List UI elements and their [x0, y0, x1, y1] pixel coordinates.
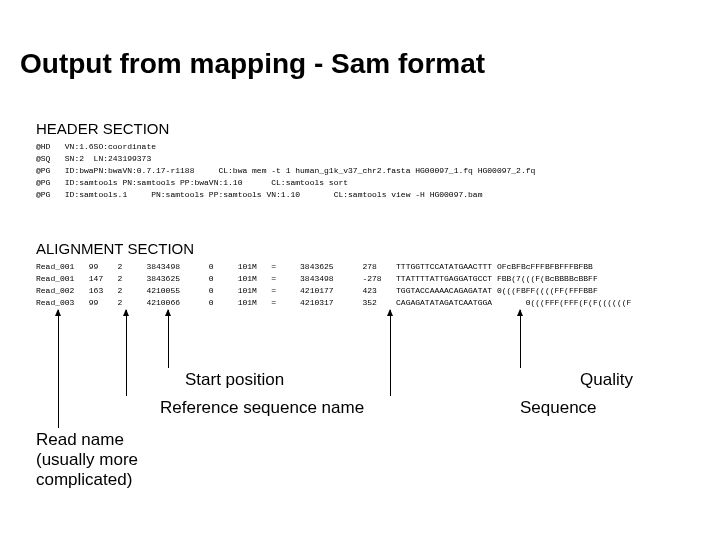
alignment-section: ALIGNMENT SECTION Read_001 99 2 3843498 … — [36, 240, 631, 309]
arrow-seq — [390, 310, 391, 396]
annotation-sequence: Sequence — [520, 398, 597, 418]
header-section-label: HEADER SECTION — [36, 120, 535, 137]
alignment-lines: Read_001 99 2 3843498 0 101M = 3843625 2… — [36, 261, 631, 309]
arrow-read — [58, 310, 59, 428]
arrow-start — [168, 310, 169, 368]
annotation-quality: Quality — [580, 370, 633, 390]
annotation-read-name: Read name(usually morecomplicated) — [36, 430, 138, 490]
header-lines: @HD VN:1.6SO:coordinate @SQ SN:2 LN:2431… — [36, 141, 535, 201]
annotation-reference-sequence: Reference sequence name — [160, 398, 364, 418]
annotation-start-position: Start position — [185, 370, 284, 390]
alignment-section-label: ALIGNMENT SECTION — [36, 240, 631, 257]
slide-title: Output from mapping - Sam format — [20, 48, 485, 80]
arrow-ref — [126, 310, 127, 396]
arrow-qual — [520, 310, 521, 368]
header-section: HEADER SECTION @HD VN:1.6SO:coordinate @… — [36, 120, 535, 201]
